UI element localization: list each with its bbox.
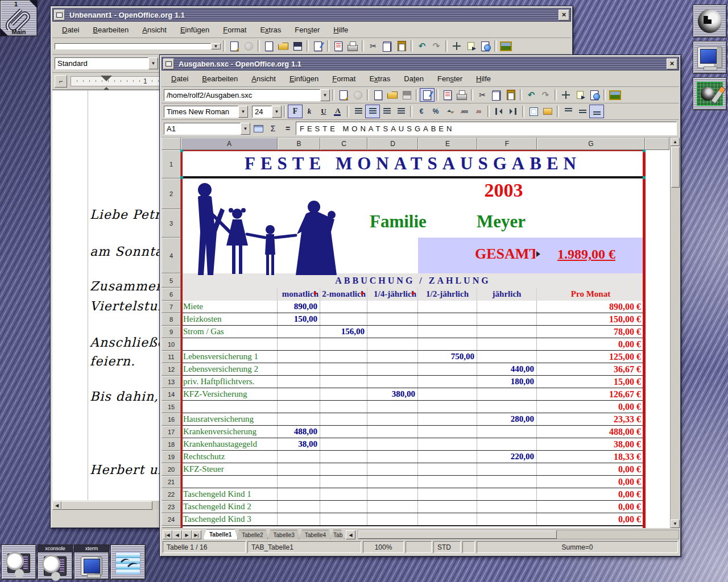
cell-B21[interactable] — [278, 476, 320, 488]
cell-G8[interactable]: 150,00 € — [537, 313, 645, 325]
menu-einfügen[interactable]: Einfügen — [283, 73, 325, 85]
cell-G19[interactable]: 18,33 € — [537, 451, 645, 463]
menu-ansicht[interactable]: Ansicht — [245, 73, 282, 85]
cell-B11[interactable] — [278, 351, 320, 363]
function-wizard-icon[interactable] — [251, 122, 265, 135]
save-icon[interactable] — [291, 40, 304, 52]
next-sheet-icon[interactable]: ▶ — [182, 530, 192, 539]
window-menu-icon[interactable] — [163, 59, 174, 69]
freq-header-F[interactable]: jährlich — [477, 288, 537, 301]
partial-row-25[interactable] — [181, 526, 645, 528]
cell-reference-combo[interactable]: A1 — [164, 123, 250, 135]
cell-D14[interactable]: 380,00 — [367, 388, 418, 400]
cell-E15[interactable] — [418, 401, 477, 413]
cell-E12[interactable] — [418, 363, 477, 375]
cell-C14[interactable] — [320, 388, 367, 400]
cell-A12[interactable]: Lebensversicherung 2 — [181, 363, 278, 375]
cell-B18[interactable]: 38,00 — [278, 438, 320, 450]
menu-fenster[interactable]: Fenster — [288, 24, 326, 36]
cell-G18[interactable]: 38,00 € — [537, 438, 645, 450]
redo-icon[interactable] — [429, 40, 443, 52]
cell-A10[interactable] — [181, 338, 278, 350]
cell-F14[interactable] — [477, 388, 537, 400]
grid-corner[interactable] — [162, 138, 181, 150]
cell-B19[interactable] — [278, 451, 320, 463]
row-header-2[interactable]: 2 — [162, 178, 181, 209]
bold-icon[interactable] — [288, 105, 302, 118]
cell-F17[interactable] — [477, 426, 537, 438]
cell-G10[interactable]: 0,00 € — [537, 338, 645, 350]
cell-F8[interactable] — [477, 313, 537, 325]
chevron-down-icon[interactable] — [148, 57, 158, 69]
chevron-down-icon[interactable] — [272, 106, 282, 118]
cell-C11[interactable] — [320, 351, 367, 363]
row-header-20[interactable]: 20 — [162, 463, 181, 476]
edit-file-icon[interactable] — [311, 40, 325, 52]
cell-F20[interactable] — [477, 463, 537, 475]
gallery-pointer-icon[interactable] — [573, 89, 587, 101]
row-header-14[interactable]: 14 — [162, 388, 181, 401]
tab-stop-marker[interactable] — [101, 76, 112, 87]
cut-icon[interactable] — [366, 40, 380, 52]
menu-datei[interactable]: Datei — [56, 24, 85, 36]
paste-icon[interactable] — [395, 40, 408, 52]
taskbar-button-magnifier[interactable] — [1, 544, 36, 580]
url-combo[interactable]: /home/rolf2/Ausgaben.sxc — [164, 89, 330, 101]
equals-icon[interactable] — [281, 122, 295, 135]
cell-E22[interactable] — [418, 488, 477, 500]
cell-G15[interactable]: 0,00 € — [537, 401, 645, 413]
cell-A8[interactable]: Heizkosten — [181, 313, 278, 325]
row-header-6[interactable]: 6 — [162, 288, 181, 301]
chevron-down-icon[interactable] — [238, 106, 248, 118]
corner-handle-icon[interactable] — [30, 1, 37, 8]
writer-url-field[interactable] — [55, 43, 211, 49]
indent-less-icon[interactable] — [492, 105, 506, 118]
row-header-22[interactable]: 22 — [162, 488, 181, 501]
selection-handle[interactable] — [643, 176, 646, 179]
cell-B23[interactable] — [278, 501, 320, 513]
url-field[interactable]: /home/rolf2/Ausgaben.sxc — [164, 89, 320, 101]
cell-C18[interactable] — [320, 438, 367, 450]
navigator-icon[interactable] — [559, 89, 573, 101]
cell-E23[interactable] — [418, 501, 477, 513]
cell-F18[interactable] — [477, 438, 537, 450]
open-icon[interactable] — [276, 40, 290, 52]
copy-icon[interactable] — [490, 89, 503, 101]
cell-D19[interactable] — [367, 451, 418, 463]
scroll-left-icon[interactable]: ◀ — [52, 501, 61, 510]
last-sheet-icon[interactable]: ▶| — [192, 530, 201, 539]
status-mode[interactable]: STD — [433, 541, 461, 553]
calc-titlebar[interactable]: Ausgaben.sxc - OpenOffice.org 1.1 — [162, 57, 679, 70]
column-header-G[interactable]: G — [537, 138, 645, 150]
cell-D22[interactable] — [367, 488, 418, 500]
font-color-icon[interactable] — [331, 105, 345, 118]
cell-B14[interactable] — [278, 388, 320, 400]
cell-B16[interactable] — [278, 413, 320, 425]
open-icon[interactable] — [386, 89, 399, 101]
writer-url-combo[interactable] — [55, 43, 221, 49]
export-pdf-icon[interactable] — [332, 40, 345, 52]
menu-bearbeiten[interactable]: Bearbeiten — [196, 73, 244, 85]
menu-format[interactable]: Format — [217, 24, 253, 36]
side-icon-monitor[interactable] — [693, 41, 727, 74]
row-header-1[interactable]: 1 — [162, 150, 181, 178]
font-size-combo[interactable]: 24 — [252, 106, 282, 118]
cell-E14[interactable] — [418, 388, 477, 400]
menu-extras[interactable]: Extras — [254, 24, 287, 36]
cell-B13[interactable] — [278, 376, 320, 388]
cell-G22[interactable]: 0,00 € — [537, 488, 645, 500]
column-header-E[interactable]: E — [418, 138, 477, 150]
cell-E20[interactable] — [418, 463, 477, 475]
cell-A7[interactable]: Miete — [181, 301, 278, 313]
undo-icon[interactable] — [524, 89, 538, 101]
gallery-icon[interactable] — [608, 89, 622, 101]
italic-icon[interactable] — [303, 105, 316, 118]
cell-B24[interactable] — [278, 513, 320, 525]
menu-datei[interactable]: Datei — [165, 73, 195, 85]
align-top-icon[interactable] — [561, 105, 575, 118]
header-image-rows[interactable]: 2003 Familie Meyer GESAMT 1.989,00 € — [181, 178, 669, 273]
horizontal-scrollbar[interactable] — [358, 530, 679, 539]
side-icon-ball[interactable] — [693, 5, 727, 38]
new-icon[interactable] — [262, 40, 276, 52]
font-size-value[interactable]: 24 — [252, 106, 272, 118]
